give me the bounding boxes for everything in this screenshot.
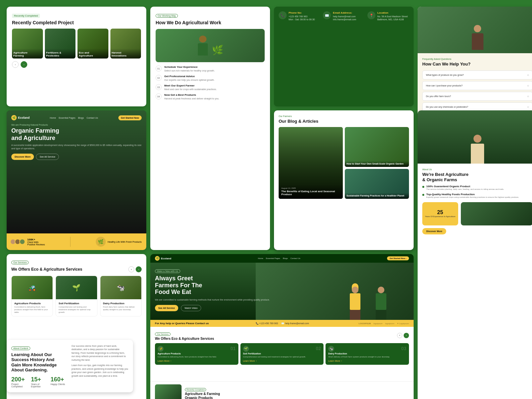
eco-service-card-3[interactable]: 🐄 03 Dairy Production Short delivery of … (326, 343, 409, 365)
eco-contact-heading: For Any help or Queries Please Contact u… (155, 322, 209, 325)
blog-title-large: The Benefits of Eating Local and Seasona… (281, 190, 340, 196)
see-all-service-button[interactable]: See All Service (36, 154, 59, 160)
avatar-3 (19, 239, 25, 245)
eco-see-all-button[interactable]: See All Service (155, 305, 178, 311)
discover-more-best-button[interactable]: Discover More (422, 228, 446, 234)
step-num-4: 04 (156, 93, 162, 99)
stat-years-label: Years of Expertise (31, 383, 49, 388)
location-value: No. 56 A East Madison Street (377, 15, 408, 18)
blog-grid: August 14, 2025 The Benefits of Eating L… (279, 127, 409, 201)
eco-service-name-3: Dairy Production (328, 352, 406, 355)
faq-question-4: Do you use any chemicals or pesticides? (426, 106, 468, 108)
next-button[interactable]: › (21, 61, 27, 68)
eco-hero-tag: Make a New with Us (155, 269, 180, 273)
blog-title-2: Sustainable Farming Practices for a Heal… (346, 195, 407, 197)
project-card-3[interactable]: Eco andAgriculture (77, 29, 108, 59)
project-card-2[interactable]: Fertilizers &Pesticides (45, 29, 76, 59)
blog-card-2[interactable]: Sustainable Farming Practices for a Heal… (345, 169, 409, 199)
email-info: ✉️ Email Address: help.frame@mail.com in… (323, 11, 364, 21)
stat-projects-label: Project Completed (11, 383, 29, 388)
faq-question-1: What types of produce do you grow? (426, 74, 464, 76)
faq-item-2[interactable]: How can I purchase your products? ○ (422, 81, 532, 90)
faq-hero-image (418, 7, 532, 53)
eco-services-prev[interactable]: ‹ (397, 333, 402, 338)
point-desc-2: Expertly grown seasonal crops using sust… (426, 196, 519, 199)
step-3: 03 Meet Our Expert Farmer Meet and care … (156, 84, 265, 91)
eco-get-started-button[interactable]: Get Started Now › (387, 256, 409, 260)
faq-item-3[interactable]: Do you offer farm tours? ○ (422, 92, 532, 101)
panel1-title: Recently Completed Project (12, 20, 141, 25)
best-point-2: Top-Quality Healthy Foods Production Exp… (422, 193, 532, 199)
eco-nav-essential[interactable]: Essential Pages (266, 257, 280, 259)
eco-service-name-1: Agriculture Products (158, 352, 236, 355)
eco-nav-blogs[interactable]: Blogs (283, 257, 288, 259)
project-nav: ‹ › (12, 61, 141, 68)
eco-bottom-hero: Recently Completed Agriculture & Farming… (150, 381, 414, 399)
panel1-tag: Recently Completed (12, 14, 40, 18)
eco-watch-video-button[interactable]: Watch Video (181, 305, 201, 311)
blog-card-1[interactable]: How to Start Your Own Small-Scale Organi… (345, 127, 409, 167)
eco-service-icon-2: 🌱 (243, 346, 249, 352)
phone-label: Phone No: (289, 11, 315, 14)
nav-home[interactable]: Home (50, 117, 56, 119)
step-num-1: 01 (156, 66, 162, 71)
eco-services-tag: Our Services (155, 332, 171, 336)
eco-service-card-2[interactable]: 🌱 02 Soil Fertilization Comprehensive so… (240, 343, 324, 365)
eco-nav-home[interactable]: Home (258, 257, 263, 259)
farm-stats-bar: 100K+ Client WithPositive Reviews 🌿 Heal… (7, 233, 146, 250)
healthy-stat: 🌿 Healthy Life With Fresh Products (96, 237, 142, 247)
service-card-1[interactable]: 🚜 Agriculture Products Committed to deli… (11, 276, 53, 317)
discover-more-button[interactable]: Discover More (11, 154, 34, 160)
eco-learn-more-3[interactable]: Learn More › (328, 360, 406, 362)
eco-contact-email: ✉️ help.frame@email.com (281, 322, 309, 325)
point-heading-1: 100% Guaranteed Organic Product (426, 185, 504, 188)
blog-overlay-2: Sustainable Farming Practices for a Heal… (345, 193, 409, 199)
blog-card-large[interactable]: August 14, 2025 The Benefits of Eating L… (279, 127, 343, 199)
eco-service-desc-3: Short delivery of fresh farm system prod… (328, 356, 406, 358)
point-dot-2 (422, 194, 424, 196)
eco-logo-icon: 🌿 (155, 256, 160, 261)
eco-logo: 🌿 Ecoland (155, 256, 171, 261)
stat-avatars (11, 239, 25, 245)
eco-contact-phone: 📞 +123 456 789 963 (256, 322, 278, 325)
nav-blogs[interactable]: Blogs (78, 117, 84, 119)
logo-3: logoipsum (385, 323, 394, 325)
eco-learn-more-2[interactable]: Learn More › (243, 360, 321, 362)
services-next-button[interactable]: › (136, 266, 142, 272)
eco-contact-bar: For Any help or Queries Please Contact u… (150, 320, 414, 327)
service-desc-2: Comprehensive soil testing and treatment… (59, 306, 94, 314)
project-card-4[interactable]: HarvestInnovations (110, 29, 141, 59)
learning-right: Our success stems from years of hard wor… (71, 344, 128, 388)
eco-hero-buttons: See All Service Watch Video (155, 305, 282, 311)
eco-hero-title: Always GreetFarmers For TheFood We Eat (155, 275, 282, 296)
services-prev-button[interactable]: ‹ (128, 266, 134, 272)
step-title-4: Now Get a Best Products (164, 93, 219, 96)
eco-learn-more-1[interactable]: Learn More › (158, 360, 236, 362)
eco-hero-text: Make a New with Us Always GreetFarmers F… (155, 267, 282, 311)
faq-item-1[interactable]: What types of produce do you grow? ○ (422, 70, 532, 79)
email-sub: info.frame@email.com (333, 18, 356, 21)
project-card-1[interactable]: AgricultureFarming (12, 29, 43, 59)
phone-value: +123 456 789 963 (289, 15, 315, 18)
learning-title: Learning About OurSuccess History AndGai… (11, 352, 68, 373)
nav-essential[interactable]: Essential Pages (59, 117, 75, 119)
service-img-3: 🐄 (100, 276, 141, 299)
learning-left: About Content Learning About OurSuccess … (11, 344, 68, 388)
eco-nav-contact[interactable]: Contact Us (291, 257, 301, 259)
nav-contact[interactable]: Contact Us (86, 117, 98, 119)
service-cards: 🚜 Agriculture Products Committed to deli… (11, 276, 142, 317)
project-label-3: Eco andAgriculture (77, 49, 108, 59)
faq-expand-icon-2: ○ (527, 84, 529, 87)
service-card-3[interactable]: 🐄 Dairy Production Fresh dairy farm opti… (100, 276, 142, 317)
step-4: 04 Now Get a Best Products Harvest at pe… (156, 93, 265, 100)
eco-services-next[interactable]: › (404, 333, 409, 338)
service-card-2[interactable]: 🌱 Soil Fertilization Comprehensive soil … (56, 276, 97, 317)
stat-years-num: 15+ (31, 376, 49, 383)
prev-button[interactable]: ‹ (12, 61, 19, 68)
faq-item-4[interactable]: Do you use any chemicals or pesticides? … (422, 102, 532, 111)
faq-title: How Can We Help You? (422, 62, 532, 67)
clients-stat: 100K+ Client WithPositive Reviews (11, 238, 45, 246)
blog-tag: Our Farmers (279, 115, 409, 117)
eco-service-card-1[interactable]: 🌾 01 Agriculture Products Committed to d… (155, 343, 238, 365)
get-started-button[interactable]: Get Started Now (118, 115, 142, 120)
